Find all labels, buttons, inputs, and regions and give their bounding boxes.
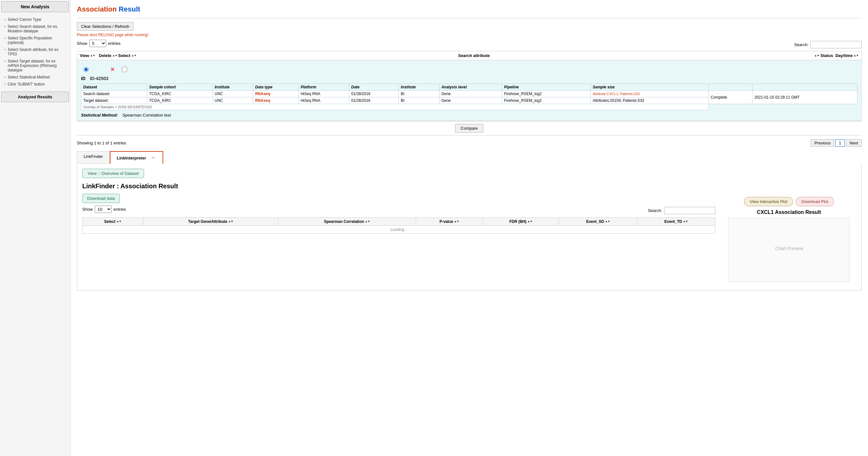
current-page: 1 (835, 139, 845, 147)
td-date: 01/28/2016 (349, 97, 399, 104)
pagination-row: Showing 1 to 1 of 1 entries Previous 1 N… (77, 139, 862, 147)
col-target-sort[interactable]: ▲▼ (228, 220, 233, 223)
expanded-id: ID ID-42503 (81, 76, 858, 81)
data-show-select[interactable]: 5102550100 (95, 206, 112, 213)
row-radio[interactable] (84, 67, 89, 72)
td-label: Target dataset: (81, 97, 147, 104)
sidebar-step-7: Click 'SUBMIT' button (4, 81, 66, 88)
plot-buttons: View Interactive Plot Download Plot (744, 197, 833, 206)
col-select-sort[interactable]: ▲▼ (117, 220, 122, 223)
loading-text: Loading... (83, 226, 715, 234)
th-dataset: Dataset (81, 84, 147, 91)
analyzed-results-button[interactable]: Analyzed Results (1, 92, 69, 102)
sd-label: Search dataset: (81, 91, 147, 97)
col-delete: Delete ▲▼ (99, 53, 118, 58)
sidebar-steps: Select Cancer Type Select Search dataset… (0, 13, 70, 90)
overview-dataset-button[interactable]: View :: Overview of Dataset (82, 169, 144, 178)
entries-label: entries (108, 41, 121, 46)
sd-sample-size: Attribute:CXCL1, Patients:533 (590, 91, 709, 97)
sd-status: Complete (709, 91, 752, 104)
stat-method-label: Statistical Method: (81, 113, 118, 118)
th-event-td: Event_TD ▲▼ (637, 218, 715, 226)
download-plot-button[interactable]: Download Plot (796, 197, 834, 206)
loading-row: Loading... (83, 226, 715, 234)
clear-refresh-button[interactable]: Clear Selections / Refresh (77, 22, 133, 31)
data-search-input[interactable] (664, 207, 715, 214)
plot-panel: View Interactive Plot Download Plot CXCL… (722, 194, 856, 285)
delete-button[interactable]: ✕ (103, 66, 122, 73)
tab-linkfinder[interactable]: LinkFinder (77, 151, 110, 164)
inner-table: Dataset Sample cohort Institute Data typ… (81, 84, 858, 110)
th-select: Select ▲▼ (83, 218, 144, 226)
page-title: Association Result (77, 5, 862, 13)
th-datetime (752, 84, 858, 91)
stat-method-row: Statistical Method: Spearman Correlation… (81, 113, 858, 118)
th-date: Date (349, 84, 399, 91)
row-controls: ✕ (81, 63, 858, 76)
th-event-sd: Event_SD ▲▼ (559, 218, 637, 226)
search-input[interactable] (810, 41, 862, 48)
divider-top (77, 18, 862, 18)
sidebar-step-4: Select Search attribute, for ex. TP53 (4, 46, 66, 58)
th-data-type: Data type (253, 84, 299, 91)
col-fdr-sort[interactable]: ▲▼ (527, 220, 533, 223)
sd-pipeline: Firehose_RSEM_log2 (502, 91, 591, 97)
col-status: ▲▼ Status (807, 53, 833, 58)
th-spearman: Spearman Correlation ▲▼ (278, 218, 416, 226)
th-pipeline: Pipeline (502, 84, 591, 91)
col-event-td-sort[interactable]: ▲▼ (683, 220, 688, 223)
td-platform: HiSeq RNA (299, 97, 349, 104)
view-sort-icon[interactable]: ▲▼ (90, 55, 95, 57)
sd-institute: UNC (213, 91, 253, 97)
sidebar-step-1: Select Cancer Type (4, 16, 66, 23)
bottom-section: Download data Show 5102550100 entries Se… (82, 194, 856, 285)
linkfinder-controls: Download data (82, 194, 715, 203)
col-spearman-sort[interactable]: ▲▼ (365, 220, 370, 223)
td-pipeline: Firehose_RSEM_log2 (502, 97, 591, 104)
col-view: View ▲▼ (80, 53, 99, 58)
th-status (709, 84, 752, 91)
download-data-button[interactable]: Download data (82, 194, 120, 203)
delete-sort-icon[interactable]: ▲▼ (112, 55, 118, 57)
show-entries-select[interactable]: 5102550100 (89, 40, 106, 47)
col-event-sd-sort[interactable]: ▲▼ (605, 220, 610, 223)
compare-row: Compare (77, 124, 862, 132)
new-analysis-button[interactable]: New Analysis (1, 1, 69, 12)
prev-page-button[interactable]: Previous (811, 139, 834, 147)
data-show-label: Show (82, 207, 93, 212)
select-sort-icon[interactable]: ▲▼ (131, 55, 136, 57)
expanded-row: ✕ ID ID-42503 Dataset Sample cohort Inst… (77, 60, 861, 121)
search-row: Search: (794, 41, 862, 48)
sd-datetime: 2021-01-15 02:28:11 GMT (752, 91, 858, 104)
col-pvalue-sort[interactable]: ▲▼ (454, 220, 459, 223)
search-label: Search: (794, 42, 808, 47)
results-table-header: View ▲▼ Delete ▲▼ Select ▲▼ Search attri… (77, 51, 861, 60)
sd-cohort: TCGA_KIRC (147, 91, 213, 97)
data-show-entries: Show 5102550100 entries (82, 206, 126, 213)
tab-arrow-icon: ← (150, 154, 156, 161)
top-bar: Show 5102550100 entries Search: (77, 40, 862, 50)
th-sample-size: Sample size (590, 84, 709, 91)
view-interactive-plot-button[interactable]: View Interactive Plot (744, 197, 793, 206)
divider-mid (77, 135, 862, 135)
search-dataset-row: Search dataset: TCGA_KIRC UNC RNAseq HiS… (81, 91, 858, 97)
sd-platform: HiSeq RNA (299, 91, 349, 97)
pagination-showing: Showing 1 to 1 of 1 entries (77, 141, 126, 145)
row-checkbox[interactable] (122, 67, 127, 72)
sd-datatype: RNAseq (253, 91, 299, 97)
tab-content: View :: Overview of Dataset LinkFinder :… (77, 164, 862, 291)
status-sort-icon[interactable]: ▲▼ (814, 55, 819, 57)
sidebar-step-2: Select Search dataset, for ex. Mutation … (4, 23, 66, 35)
th-institute2: Institute (399, 84, 439, 91)
compare-button[interactable]: Compare (455, 124, 483, 132)
next-page-button[interactable]: Next (846, 139, 862, 147)
daytime-sort-icon[interactable]: ▲▼ (854, 55, 859, 57)
td-analysis-level: Gene (439, 97, 502, 104)
id-value: ID-42503 (90, 76, 108, 81)
svg-text:Chart Preview: Chart Preview (775, 246, 804, 251)
sidebar-step-5: Select Target dataset, for ex. mRNA Expr… (4, 58, 66, 74)
overlap-row: Overlap of Samples = (533) SD:533/TD:533 (81, 104, 858, 110)
tab-linkinterpreter[interactable]: LinkInterpreter ← (110, 151, 163, 164)
sd-date: 01/28/2016 (349, 91, 399, 97)
title-result: Result (119, 5, 140, 13)
